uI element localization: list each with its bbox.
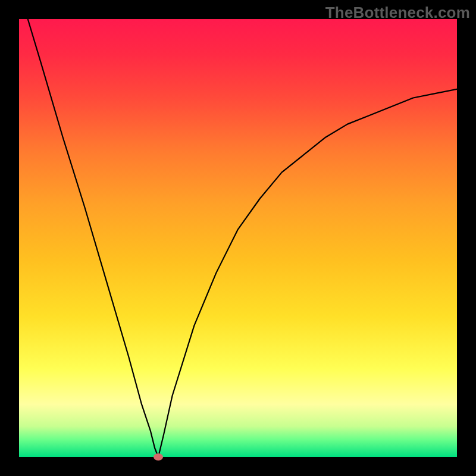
- curve-layer: [19, 19, 457, 457]
- watermark-text: TheBottleneck.com: [325, 4, 470, 22]
- bottleneck-curve: [28, 19, 457, 457]
- chart-frame: TheBottleneck.com: [0, 0, 476, 476]
- optimum-marker: [154, 453, 163, 461]
- plot-area: [19, 19, 457, 457]
